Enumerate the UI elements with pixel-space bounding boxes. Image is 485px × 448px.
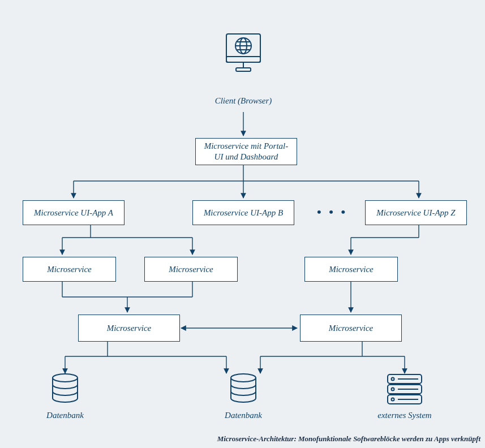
ms-a1-text: Microservice xyxy=(47,264,92,275)
ui-app-a-text: Microservice UI-App A xyxy=(34,208,113,218)
database-center-icon xyxy=(229,373,257,407)
database-left-label: Datenbank xyxy=(28,411,102,420)
ellipsis: • • • xyxy=(317,205,347,219)
ui-app-z-text: Microservice UI-App Z xyxy=(376,208,455,218)
ms-a2: Microservice xyxy=(144,257,238,282)
ms-left: Microservice xyxy=(78,315,180,342)
svg-point-41 xyxy=(392,378,394,381)
caption: Microservice-Architektur: Monofunktional… xyxy=(217,434,480,443)
svg-point-36 xyxy=(53,374,78,382)
svg-rect-28 xyxy=(226,57,260,62)
ms-left-text: Microservice xyxy=(107,323,152,334)
ms-right: Microservice xyxy=(300,315,402,342)
client-label: Client (Browser) xyxy=(192,96,294,106)
ui-app-a: Microservice UI-App A xyxy=(23,200,125,225)
ms-right-text: Microservice xyxy=(329,323,374,334)
database-center-label: Datenbank xyxy=(207,411,280,420)
external-system-icon xyxy=(387,373,423,407)
ms-c: Microservice xyxy=(304,257,398,282)
ms-a2-text: Microservice xyxy=(169,264,213,275)
client-browser-icon xyxy=(224,31,263,85)
ui-app-b: Microservice UI-App B xyxy=(192,200,294,225)
external-system-label: externes System xyxy=(368,411,441,420)
diagram-canvas: Client (Browser) Microservice mit Portal… xyxy=(0,0,485,448)
ui-app-z: Microservice UI-App Z xyxy=(365,200,467,225)
svg-point-43 xyxy=(392,388,394,391)
ui-app-b-text: Microservice UI-App B xyxy=(204,208,283,218)
portal-box: Microservice mit Portal- UI und Dashboar… xyxy=(195,138,297,165)
ms-c-text: Microservice xyxy=(329,264,374,275)
svg-rect-30 xyxy=(236,68,251,71)
svg-point-37 xyxy=(231,374,256,382)
portal-text: Microservice mit Portal- UI und Dashboar… xyxy=(204,141,289,162)
ms-a1: Microservice xyxy=(23,257,116,282)
svg-point-45 xyxy=(392,398,394,401)
database-left-icon xyxy=(51,373,79,407)
